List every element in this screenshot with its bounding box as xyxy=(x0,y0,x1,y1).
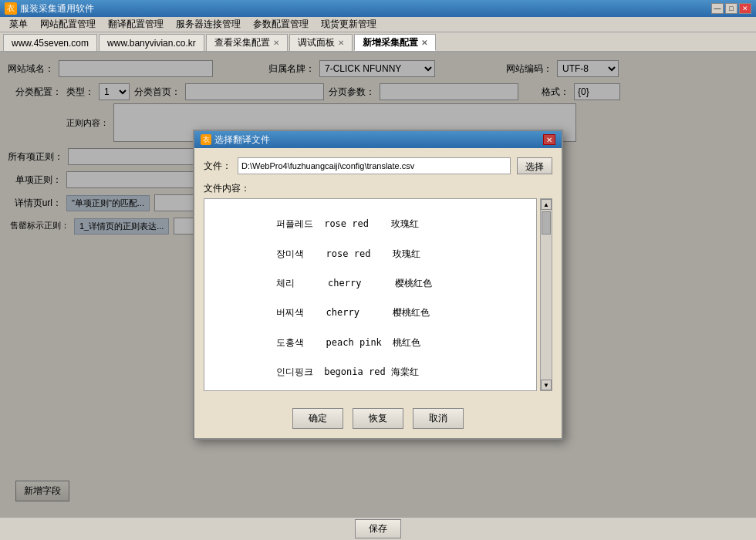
tab-debug[interactable]: 调试面板 ✕ xyxy=(289,34,353,51)
title-bar: 衣 服装采集通用软件 — □ ✕ xyxy=(0,0,756,17)
file-path-input[interactable] xyxy=(238,157,511,174)
tab-label: 调试面板 xyxy=(298,36,335,49)
content-line-6: 인디핑크 begonia red 海棠红 xyxy=(276,366,419,377)
content-scrollbar[interactable]: ▲ ▼ xyxy=(540,198,552,391)
scrollbar-up-button[interactable]: ▲ xyxy=(541,199,552,210)
modal-icon: 衣 xyxy=(201,134,211,145)
scrollbar-thumb[interactable] xyxy=(542,211,551,235)
tab-label: 查看采集配置 xyxy=(214,36,270,49)
content-line-3: 체리 cherry 樱桃红色 xyxy=(276,278,432,289)
menu-item-main[interactable]: 菜单 xyxy=(3,16,34,32)
tab-label: www.banyvivian.co.kr xyxy=(107,38,196,49)
tab-view-config[interactable]: 查看采集配置 ✕ xyxy=(206,34,288,51)
menu-bar: 菜单 网站配置管理 翻译配置管理 服务器连接管理 参数配置管理 现货更新管理 xyxy=(0,17,756,32)
menu-item-translate[interactable]: 翻译配置管理 xyxy=(102,16,170,32)
file-content-display: 퍼플레드 rose red 玫瑰红 장미색 rose red 玫瑰红 체리 ch… xyxy=(204,198,537,391)
title-bar-buttons: — □ ✕ xyxy=(711,3,751,14)
translate-file-dialog: 衣 选择翻译文件 ✕ 文件： 选择 文件内容： 퍼플레드 ros xyxy=(193,130,563,440)
scrollbar-down-button[interactable]: ▼ xyxy=(541,380,552,390)
tab-new-config[interactable]: 新增采集配置 ✕ xyxy=(354,34,436,51)
app-icon: 衣 xyxy=(5,2,17,15)
minimize-button[interactable]: — xyxy=(711,3,724,14)
bottom-bar: 保存 xyxy=(0,517,756,540)
main-content: 网站域名： 归属名牌： 7-CLICK NFUNNY 网站编码： UTF-8 分… xyxy=(0,52,756,517)
modal-title-bar: 衣 选择翻译文件 ✕ xyxy=(194,131,562,148)
file-row: 文件： 选择 xyxy=(204,157,552,174)
content-line-5: 도홍색 peach pink 桃红色 xyxy=(276,337,421,348)
modal-overlay: 衣 选择翻译文件 ✕ 文件： 选择 文件内容： 퍼플레드 ros xyxy=(0,52,756,517)
tab-label: 新增采集配置 xyxy=(363,36,418,49)
close-button[interactable]: ✕ xyxy=(739,3,751,14)
tab-label: www.45seven.com xyxy=(12,38,89,49)
modal-title-label: 选择翻译文件 xyxy=(214,133,270,147)
content-line-1: 퍼플레드 rose red 玫瑰红 xyxy=(276,218,419,229)
restore-button[interactable]: 恢复 xyxy=(353,408,403,429)
modal-close-button[interactable]: ✕ xyxy=(543,134,555,145)
modal-footer: 确定 恢复 取消 xyxy=(194,400,562,438)
save-button[interactable]: 保存 xyxy=(355,519,401,538)
maximize-button[interactable]: □ xyxy=(725,3,737,14)
menu-item-server[interactable]: 服务器连接管理 xyxy=(170,16,247,32)
content-line-4: 버찌색 cherry 樱桃红色 xyxy=(276,307,430,318)
tab-banyvivian[interactable]: www.banyvivian.co.kr xyxy=(99,34,204,51)
tab-45seven[interactable]: www.45seven.com xyxy=(3,34,97,51)
title-bar-left: 衣 服装采集通用软件 xyxy=(5,2,94,15)
cancel-button[interactable]: 取消 xyxy=(413,408,464,429)
confirm-button[interactable]: 确定 xyxy=(292,408,343,429)
choose-file-button[interactable]: 选择 xyxy=(517,157,552,174)
tab-close-icon[interactable]: ✕ xyxy=(421,39,427,47)
modal-title-text: 衣 选择翻译文件 xyxy=(201,133,270,147)
menu-item-params[interactable]: 参数配置管理 xyxy=(247,16,315,32)
menu-item-site[interactable]: 网站配置管理 xyxy=(34,16,102,32)
content-line-2: 장미색 rose red 玫瑰红 xyxy=(276,248,421,259)
menu-item-update[interactable]: 现货更新管理 xyxy=(315,16,383,32)
window-title: 服装采集通用软件 xyxy=(20,2,94,15)
tab-close-icon[interactable]: ✕ xyxy=(338,39,344,47)
content-label: 文件内容： xyxy=(204,182,552,195)
tab-bar: www.45seven.com www.banyvivian.co.kr 查看采… xyxy=(0,32,756,52)
content-area: 퍼플레드 rose red 玫瑰红 장미색 rose red 玫瑰红 체리 ch… xyxy=(204,198,552,391)
modal-body: 文件： 选择 文件内容： 퍼플레드 rose red 玫瑰红 장미색 rose … xyxy=(194,148,562,400)
file-label: 文件： xyxy=(204,160,231,173)
tab-close-icon[interactable]: ✕ xyxy=(273,39,279,47)
